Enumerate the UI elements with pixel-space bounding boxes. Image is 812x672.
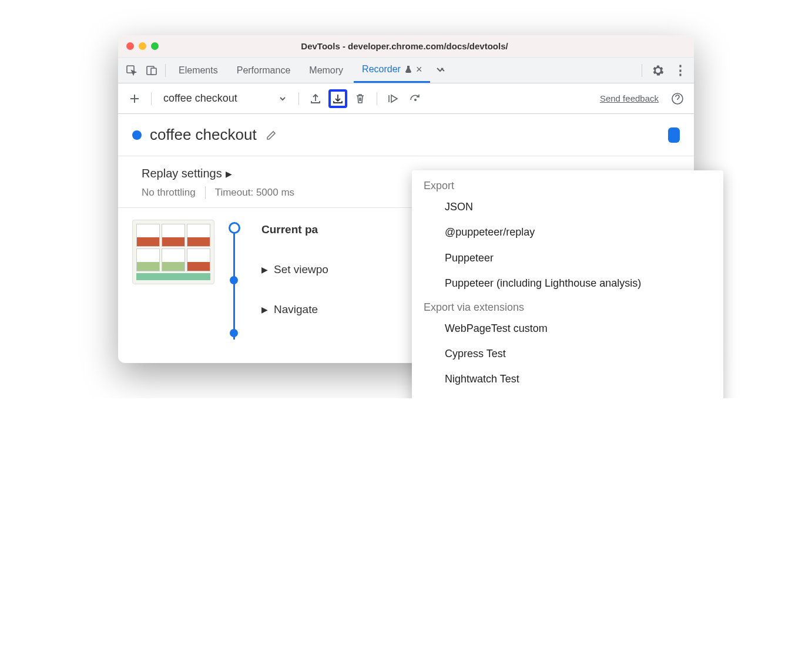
menu-item-json[interactable]: JSON — [412, 194, 723, 220]
separator — [165, 64, 166, 77]
new-recording-icon[interactable] — [125, 89, 144, 108]
edit-name-icon[interactable] — [265, 129, 278, 142]
replay-button-edge[interactable] — [668, 127, 680, 143]
separator — [298, 92, 299, 105]
export-icon[interactable] — [328, 89, 347, 108]
menu-item-puppeteer-lighthouse[interactable]: Puppeteer (including Lighthouse analysis… — [412, 271, 723, 296]
performance-replay-icon[interactable] — [407, 89, 425, 108]
replay-icon[interactable] — [384, 89, 403, 108]
devtools-window: DevTools - developer.chrome.com/docs/dev… — [118, 35, 694, 363]
menu-item-puppeteer-replay[interactable]: @puppeteer/replay — [412, 220, 723, 245]
separator — [151, 92, 152, 105]
separator — [377, 92, 377, 105]
throttling-value: No throttling — [142, 187, 196, 199]
menu-item-webpagetest[interactable]: WebPageTest custom — [412, 316, 723, 341]
menu-item-nightwatch[interactable]: Nightwatch Test — [412, 367, 723, 392]
chevron-right-icon: ▶ — [261, 305, 268, 314]
page-thumbnail — [132, 220, 214, 284]
window-title: DevTools - developer.chrome.com/docs/dev… — [123, 41, 686, 51]
timeout-value: Timeout: 5000 ms — [215, 187, 294, 199]
delete-icon[interactable] — [351, 89, 370, 108]
menu-section-export: Export — [412, 175, 723, 194]
menu-item-puppeteer[interactable]: Puppeteer — [412, 246, 723, 271]
chevron-right-icon: ▶ — [261, 265, 268, 274]
device-toolbar-icon[interactable] — [143, 62, 160, 79]
chevron-down-icon — [279, 95, 287, 103]
separator — [205, 186, 206, 199]
menu-section-extensions: Export via extensions — [412, 297, 723, 316]
recording-select[interactable]: coffee checkout — [159, 90, 291, 107]
close-tab-icon[interactable]: × — [416, 63, 422, 76]
tab-recorder[interactable]: Recorder × — [354, 58, 430, 83]
titlebar: DevTools - developer.chrome.com/docs/dev… — [118, 35, 694, 58]
chevron-right-icon: ▶ — [226, 169, 232, 179]
recording-header: coffee checkout — [118, 114, 694, 156]
menu-item-cypress[interactable]: Cypress Test — [412, 341, 723, 367]
inspect-element-icon[interactable] — [123, 62, 140, 79]
svg-point-3 — [415, 99, 416, 100]
flask-icon — [404, 65, 412, 73]
recording-indicator — [132, 130, 142, 140]
send-feedback-link[interactable]: Send feedback — [600, 93, 659, 103]
tab-elements[interactable]: Elements — [170, 58, 226, 83]
settings-icon[interactable] — [649, 62, 667, 79]
help-icon[interactable] — [668, 89, 687, 108]
separator — [642, 64, 642, 77]
kebab-menu-icon[interactable]: ⋮ — [672, 62, 689, 79]
tab-memory[interactable]: Memory — [301, 58, 351, 83]
panel-tabbar: Elements Performance Memory Recorder × ⋮ — [118, 58, 694, 83]
import-icon[interactable] — [306, 89, 325, 108]
menu-item-webdriverio[interactable]: WebdriverIO Test — [412, 392, 723, 398]
more-tabs-icon[interactable] — [432, 62, 450, 79]
tab-performance[interactable]: Performance — [229, 58, 299, 83]
svg-rect-2 — [151, 68, 156, 75]
recording-name: coffee checkout — [150, 126, 257, 144]
export-menu: Export JSON @puppeteer/replay Puppeteer … — [412, 170, 723, 398]
recorder-toolbar: coffee checkout Send feedback — [118, 83, 694, 114]
